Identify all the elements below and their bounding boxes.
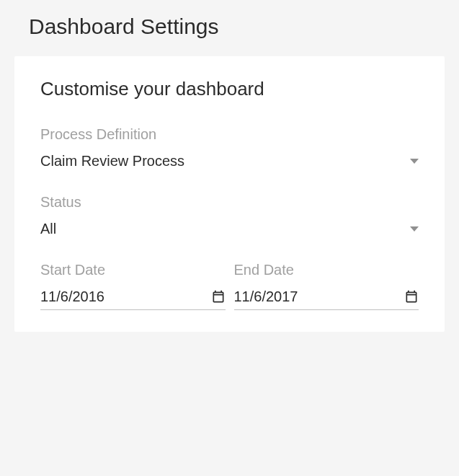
date-row: Start Date 11/6/2016 End Date 11/6/2017 xyxy=(40,262,419,310)
page-title: Dashboard Settings xyxy=(29,14,445,39)
start-date-input[interactable]: 11/6/2016 xyxy=(40,288,226,310)
calendar-icon xyxy=(404,290,419,304)
status-value: All xyxy=(40,221,56,237)
calendar-icon xyxy=(211,290,226,304)
settings-card: Customise your dashboard Process Definit… xyxy=(14,56,445,332)
end-date-field: End Date 11/6/2017 xyxy=(234,262,419,310)
process-definition-select[interactable]: Claim Review Process xyxy=(40,153,419,171)
end-date-label: End Date xyxy=(234,262,419,278)
chevron-down-icon xyxy=(410,159,419,164)
status-field: Status All xyxy=(40,194,419,239)
start-date-value: 11/6/2016 xyxy=(40,288,104,305)
start-date-field: Start Date 11/6/2016 xyxy=(40,262,226,310)
chevron-down-icon xyxy=(410,226,419,232)
start-date-label: Start Date xyxy=(40,262,226,278)
process-definition-value: Claim Review Process xyxy=(40,153,184,169)
process-definition-label: Process Definition xyxy=(40,126,419,143)
status-select[interactable]: All xyxy=(40,221,419,239)
end-date-input[interactable]: 11/6/2017 xyxy=(234,288,419,310)
card-title: Customise your dashboard xyxy=(40,78,419,100)
end-date-value: 11/6/2017 xyxy=(234,288,298,305)
status-label: Status xyxy=(40,194,419,211)
process-definition-field: Process Definition Claim Review Process xyxy=(40,126,419,171)
